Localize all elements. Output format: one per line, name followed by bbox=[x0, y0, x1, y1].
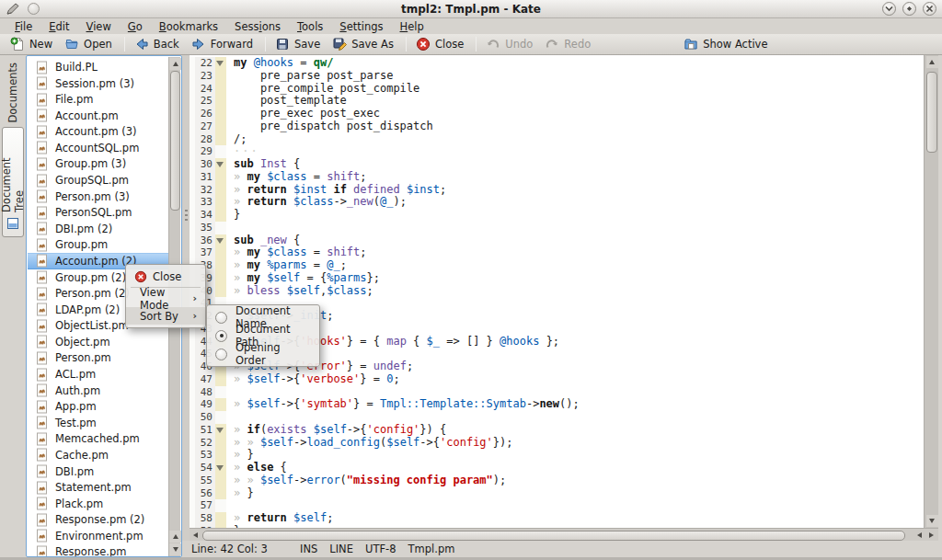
code-line[interactable]: 38» my %parms = @_; bbox=[190, 259, 924, 272]
document-list-item[interactable]: GroupSQL.pm bbox=[28, 172, 168, 189]
code-line[interactable]: 48 bbox=[190, 386, 924, 399]
radio-unchecked-icon[interactable] bbox=[215, 312, 227, 324]
code-line[interactable]: 47» $self->{'verbose'} = 0; bbox=[190, 373, 924, 386]
close-button[interactable]: Close bbox=[411, 35, 471, 54]
document-list-item[interactable]: AccountSQL.pm bbox=[28, 140, 168, 156]
code-editor[interactable]: 22my @hooks = qw/23 pre_parse post_parse… bbox=[190, 55, 924, 528]
save-button[interactable]: Save bbox=[270, 35, 327, 54]
menu-sessions[interactable]: Sessions bbox=[227, 19, 288, 34]
fold-marker-icon[interactable] bbox=[216, 61, 224, 66]
radio-unchecked-icon[interactable] bbox=[215, 349, 227, 360]
document-list-item[interactable]: Person.pm (3) bbox=[28, 189, 168, 205]
document-list-item[interactable]: Auth.pm bbox=[28, 383, 168, 399]
editor-hscrollbar-thumb[interactable] bbox=[202, 531, 905, 541]
code-line[interactable]: 27 pre_dispatch post_dispatch bbox=[190, 120, 924, 133]
scroll-left-arrow-icon[interactable] bbox=[190, 529, 201, 542]
menu-settings[interactable]: Settings bbox=[332, 19, 390, 34]
document-list-item[interactable]: App.pm bbox=[28, 398, 168, 415]
menu-bookmarks[interactable]: Bookmarks bbox=[152, 19, 225, 34]
window-minimize-button[interactable] bbox=[882, 2, 896, 16]
context-menu-item-close[interactable]: Close bbox=[126, 268, 205, 285]
fold-marker-icon[interactable] bbox=[216, 428, 224, 433]
fold-marker-icon[interactable] bbox=[216, 162, 224, 167]
window-menu-button[interactable] bbox=[28, 3, 40, 15]
document-list-item[interactable]: DBI.pm bbox=[28, 463, 168, 480]
document-list-item[interactable]: Response.pm (2) bbox=[28, 511, 168, 528]
document-list-item[interactable]: Group.pm bbox=[28, 236, 168, 253]
back-button[interactable]: Back bbox=[130, 35, 187, 54]
save-as-button[interactable]: Save As bbox=[327, 35, 401, 54]
code-line[interactable]: 57 bbox=[190, 499, 924, 512]
code-line[interactable]: 51» if(exists $self->{'config'}) { bbox=[190, 424, 924, 437]
document-list-item[interactable]: Account.pm (3) bbox=[28, 123, 168, 140]
code-line[interactable]: 26 pre_exec post_exec bbox=[190, 108, 924, 120]
code-line[interactable]: 55» » $self->error("missing config param… bbox=[190, 474, 924, 487]
code-line[interactable]: 50 bbox=[190, 411, 924, 424]
scroll-up-arrow-icon[interactable] bbox=[169, 531, 181, 543]
fold-marker-icon[interactable] bbox=[216, 465, 224, 471]
radio-checked-icon[interactable] bbox=[215, 330, 227, 342]
document-list-item[interactable]: Object.pm bbox=[28, 334, 168, 350]
document-list-item[interactable]: DBI.pm (2) bbox=[28, 221, 168, 237]
forward-button[interactable]: Forward bbox=[187, 35, 260, 54]
scroll-down-arrow-icon[interactable] bbox=[926, 515, 938, 527]
code-line[interactable]: 36sub _new { bbox=[190, 234, 924, 247]
document-list-item[interactable]: Test.pm bbox=[28, 415, 168, 431]
code-line[interactable]: 29··· bbox=[190, 145, 924, 158]
code-line[interactable]: 54» else { bbox=[190, 462, 924, 474]
document-list-item[interactable]: Memcached.pm bbox=[28, 430, 168, 447]
code-line[interactable]: 52» » $self->load_config($self->{'config… bbox=[190, 437, 924, 450]
scroll-left-arrow-icon[interactable] bbox=[913, 529, 925, 542]
document-list-item[interactable]: Person.pm bbox=[28, 349, 168, 366]
menu-edit[interactable]: Edit bbox=[41, 19, 76, 34]
scroll-up-arrow-icon[interactable] bbox=[169, 58, 181, 70]
document-list-item[interactable]: File.pm bbox=[28, 91, 168, 108]
code-line[interactable]: 31» my $class = shift; bbox=[190, 171, 924, 184]
menu-go[interactable]: Go bbox=[121, 19, 150, 34]
context-menu-item-view-mode[interactable]: View Mode› bbox=[126, 290, 205, 307]
code-line[interactable]: 37» my $class = shift; bbox=[190, 246, 924, 259]
document-list-item[interactable]: Session.pm (3) bbox=[28, 75, 168, 92]
code-line[interactable]: 39» my $self = {%parms}; bbox=[190, 272, 924, 285]
code-line[interactable]: 25 post_template bbox=[190, 95, 924, 108]
sidebar-scrollbar-thumb[interactable] bbox=[170, 71, 180, 211]
new-button[interactable]: New bbox=[6, 35, 60, 54]
scroll-right-arrow-icon[interactable] bbox=[925, 529, 937, 542]
document-list-item[interactable]: PersonSQL.pm bbox=[28, 204, 168, 221]
code-line[interactable]: 56» } bbox=[190, 487, 924, 500]
code-line[interactable]: 28/; bbox=[190, 133, 924, 146]
window-maximize-button[interactable] bbox=[902, 2, 916, 16]
document-list-item[interactable]: Build.PL bbox=[28, 59, 168, 75]
context-menu-item-sort-by[interactable]: Sort By› bbox=[126, 307, 205, 325]
scroll-up-arrow-icon[interactable] bbox=[926, 56, 938, 68]
code-line[interactable]: 58» return $self; bbox=[190, 512, 924, 525]
document-list-item[interactable]: Statement.pm bbox=[28, 479, 168, 496]
code-line[interactable]: 40» bless $self,$class; bbox=[190, 285, 924, 298]
sidebar-tab-document-tree[interactable]: Document Tree bbox=[2, 127, 24, 237]
undo-button[interactable]: Undo bbox=[481, 35, 540, 54]
code-line[interactable]: 30sub Inst { bbox=[190, 158, 924, 171]
code-line[interactable]: 53» } bbox=[190, 449, 924, 462]
menu-view[interactable]: View bbox=[79, 19, 119, 34]
code-line[interactable]: 24 pre_compile post_compile bbox=[190, 83, 924, 96]
scroll-down-arrow-icon[interactable] bbox=[169, 543, 181, 555]
submenu-item-opening-order[interactable]: Opening Order bbox=[207, 345, 319, 363]
sidebar-tab-documents[interactable]: Documents bbox=[2, 57, 24, 125]
document-list-item[interactable]: ACL.pm bbox=[28, 366, 168, 383]
fold-marker-icon[interactable] bbox=[216, 238, 224, 244]
document-list-item[interactable]: Environment.pm bbox=[28, 528, 168, 544]
document-list-item[interactable]: Plack.pm bbox=[28, 496, 168, 512]
redo-button[interactable]: Redo bbox=[540, 35, 598, 54]
code-line[interactable]: 34} bbox=[190, 209, 924, 222]
open-button[interactable]: Open bbox=[60, 35, 120, 54]
document-list-item[interactable]: Response.pm bbox=[28, 543, 168, 557]
editor-vertical-scrollbar[interactable] bbox=[924, 55, 938, 528]
code-line[interactable]: 33» return $class->_new(@_); bbox=[190, 196, 924, 209]
code-line[interactable]: 22my @hooks = qw/ bbox=[190, 57, 924, 70]
menu-help[interactable]: Help bbox=[393, 19, 431, 34]
code-line[interactable]: 23 pre_parse post_parse bbox=[190, 70, 924, 83]
document-list-item[interactable]: Cache.pm bbox=[28, 447, 168, 463]
document-list-item[interactable]: Account.pm bbox=[28, 108, 168, 124]
editor-horizontal-scrollbar[interactable] bbox=[190, 528, 938, 541]
document-list-item[interactable]: Group.pm (3) bbox=[28, 155, 168, 172]
